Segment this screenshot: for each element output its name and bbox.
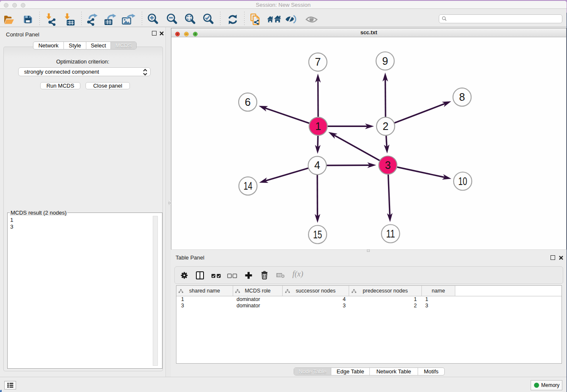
svg-text:11: 11	[386, 228, 395, 240]
svg-text:10: 10	[458, 175, 467, 187]
svg-text:6: 6	[245, 96, 251, 108]
svg-text:9: 9	[382, 55, 388, 67]
svg-text:4: 4	[314, 159, 320, 171]
svg-text:14: 14	[244, 180, 253, 192]
svg-text:15: 15	[313, 229, 322, 240]
svg-text:7: 7	[315, 56, 321, 68]
svg-text:1: 1	[315, 120, 321, 132]
svg-text:2: 2	[383, 120, 388, 132]
svg-text:3: 3	[385, 159, 391, 171]
svg-text:8: 8	[459, 91, 465, 103]
